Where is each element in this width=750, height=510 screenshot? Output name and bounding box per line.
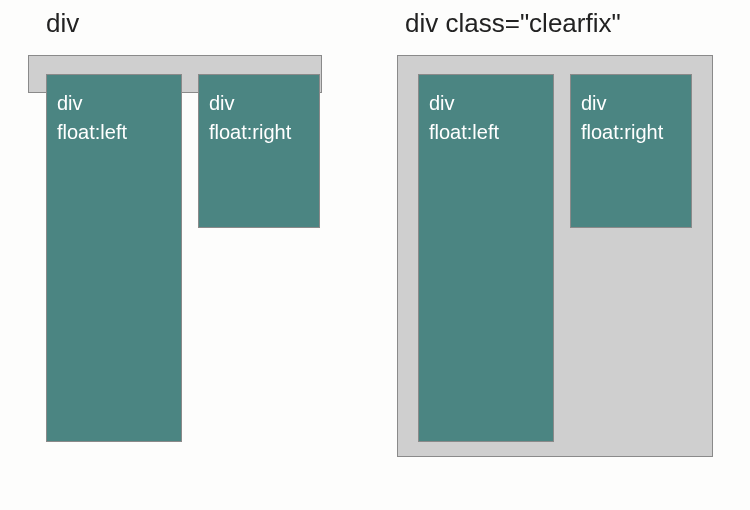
right-example-float-left-line1: div [429,89,543,118]
right-example-float-left-line2: float:left [429,118,543,147]
left-example-float-right-box: div float:right [198,74,320,228]
left-example-float-left-line2: float:left [57,118,171,147]
left-example-float-left-box: div float:left [46,74,182,442]
heading-left-container: div [46,8,79,39]
right-example-float-right-box: div float:right [570,74,692,228]
heading-right-container: div class="clearfix" [405,8,621,39]
left-example-float-right-line2: float:right [209,118,309,147]
left-example-float-right-line1: div [209,89,309,118]
right-example-float-right-line1: div [581,89,681,118]
right-example-float-right-line2: float:right [581,118,681,147]
left-example-float-left-line1: div [57,89,171,118]
right-container-clearfix: div float:left div float:right [397,55,713,457]
right-example-float-left-box: div float:left [418,74,554,442]
